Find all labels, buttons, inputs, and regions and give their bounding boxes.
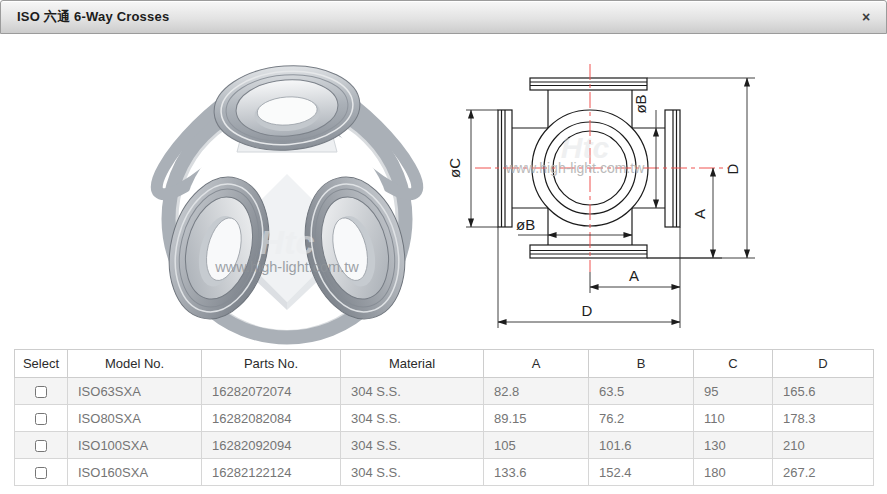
table-row: ISO63SXA 16282072074 304 S.S. 82.8 63.5 … xyxy=(15,378,874,405)
c-cell: 95 xyxy=(694,378,773,405)
titlebar: ISO 六通 6-Way Crosses × xyxy=(0,0,887,34)
select-cell xyxy=(15,432,68,459)
column-header-parts: Parts No. xyxy=(202,350,341,378)
parts-table: Select Model No. Parts No. Material A B … xyxy=(14,349,874,486)
a-cell: 89.15 xyxy=(484,405,589,432)
table-row: ISO100SXA 16282092094 304 S.S. 105 101.6… xyxy=(15,432,874,459)
column-header-material: Material xyxy=(341,350,484,378)
c-cell: 130 xyxy=(694,432,773,459)
model-cell: ISO63SXA xyxy=(68,378,202,405)
dim-label-d-horizontal: D xyxy=(582,302,593,319)
product-render-image: Htc www.high-light.com.tw xyxy=(141,56,432,345)
dim-label-d-vertical: D xyxy=(724,163,741,174)
row-select-checkbox[interactable] xyxy=(35,467,47,479)
select-cell xyxy=(15,378,68,405)
select-cell xyxy=(15,405,68,432)
c-cell: 110 xyxy=(694,405,773,432)
column-header-select: Select xyxy=(15,350,68,378)
material-cell: 304 S.S. xyxy=(341,432,484,459)
dimension-lines xyxy=(466,78,755,328)
dialog-window: ISO 六通 6-Way Crosses × xyxy=(0,0,887,494)
technical-drawing: øC øB øB A D A D Htc www.high-light.com.… xyxy=(440,50,780,345)
table-header-row: Select Model No. Parts No. Material A B … xyxy=(15,350,874,378)
parts-cell: 16282082084 xyxy=(202,405,341,432)
d-cell: 165.6 xyxy=(773,378,874,405)
dim-label-dia-c: øC xyxy=(446,158,463,178)
dim-label-a-horizontal: A xyxy=(629,267,639,284)
window-title: ISO 六通 6-Way Crosses xyxy=(17,1,169,33)
column-header-d: D xyxy=(773,350,874,378)
a-cell: 105 xyxy=(484,432,589,459)
d-cell: 267.2 xyxy=(773,459,874,486)
a-cell: 82.8 xyxy=(484,378,589,405)
d-cell: 178.3 xyxy=(773,405,874,432)
dim-label-dia-b-bottom: øB xyxy=(516,216,535,233)
row-select-checkbox[interactable] xyxy=(35,413,47,425)
column-header-a: A xyxy=(484,350,589,378)
b-cell: 101.6 xyxy=(589,432,694,459)
watermark-text: www.high-light.com.tw xyxy=(214,259,359,275)
row-select-checkbox[interactable] xyxy=(35,440,47,452)
table-row: ISO80SXA 16282082084 304 S.S. 89.15 76.2… xyxy=(15,405,874,432)
material-cell: 304 S.S. xyxy=(341,405,484,432)
column-header-model: Model No. xyxy=(68,350,202,378)
column-header-b: B xyxy=(589,350,694,378)
b-cell: 63.5 xyxy=(589,378,694,405)
b-cell: 76.2 xyxy=(589,405,694,432)
c-cell: 180 xyxy=(694,459,773,486)
parts-cell: 16282122124 xyxy=(202,459,341,486)
watermark-text: www.high-light.com.tw xyxy=(505,160,645,176)
table-row: ISO160SXA 16282122124 304 S.S. 133.6 152… xyxy=(15,459,874,486)
parts-cell: 16282092094 xyxy=(202,432,341,459)
dim-label-a-vertical: A xyxy=(691,209,708,219)
parts-cell: 16282072074 xyxy=(202,378,341,405)
close-icon[interactable]: × xyxy=(857,8,875,26)
d-cell: 210 xyxy=(773,432,874,459)
column-header-c: C xyxy=(694,350,773,378)
model-cell: ISO80SXA xyxy=(68,405,202,432)
model-cell: ISO160SXA xyxy=(68,459,202,486)
b-cell: 152.4 xyxy=(589,459,694,486)
material-cell: 304 S.S. xyxy=(341,459,484,486)
dim-label-dia-b-top: øB xyxy=(632,94,649,113)
select-cell xyxy=(15,459,68,486)
model-cell: ISO100SXA xyxy=(68,432,202,459)
a-cell: 133.6 xyxy=(484,459,589,486)
watermark-logo: Htc xyxy=(260,223,315,261)
material-cell: 304 S.S. xyxy=(341,378,484,405)
row-select-checkbox[interactable] xyxy=(35,386,47,398)
